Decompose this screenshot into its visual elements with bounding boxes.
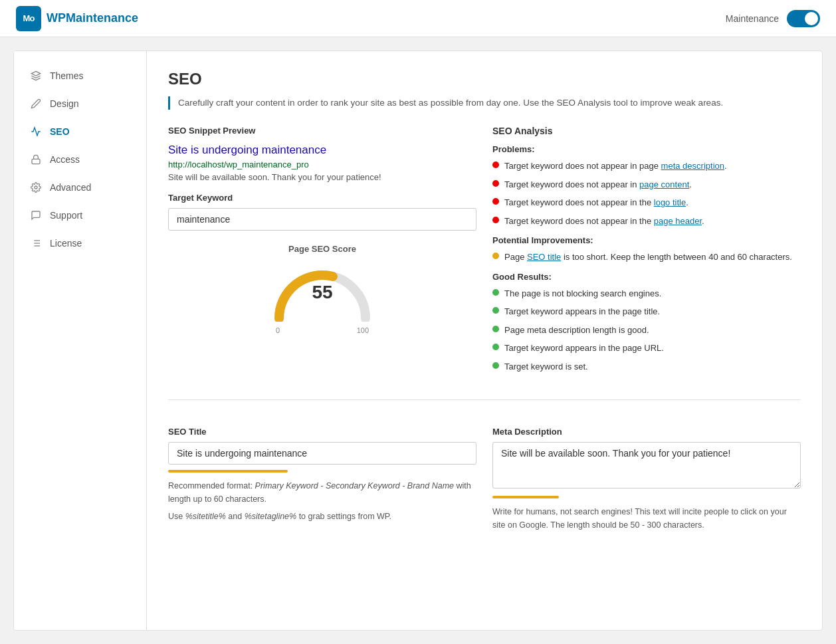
dot-green-3 [492,326,499,332]
header: Mo WPMaintenance Maintenance [0,0,836,37]
meta-desc-progress-bar [492,496,559,498]
svg-point-1 [35,186,37,189]
problem-item-3: Target keyword does not appear in the lo… [492,196,801,209]
sidebar-item-design[interactable]: Design [14,90,146,118]
sidebar-item-support[interactable]: Support [14,201,146,229]
sidebar-label-design: Design [50,98,79,109]
seo-title-input[interactable] [168,442,476,465]
target-keyword-label: Target Keyword [168,193,476,203]
meta-description-panel: Meta Description Site will be available … [492,416,801,536]
app-body: Themes Design SEO Access [0,37,836,644]
seo-title-tip: Use %sitetitle% and %sitetagline% to gra… [168,510,476,523]
left-panel: SEO Snippet Preview Site is undergoing m… [168,126,476,378]
good-item-3: Page meta description length is good. [492,324,801,337]
dot-red-2 [492,180,499,187]
gauge-ticks: 0 100 [276,326,369,334]
seo-title-link[interactable]: SEO title [527,252,561,262]
dot-red-3 [492,198,499,205]
dot-yellow-1 [492,253,499,259]
page-description: Carefully craft your content in order to… [168,96,801,110]
snippet-desc: Site will be available soon. Thank you f… [168,172,476,182]
problem-item-2: Target keyword does not appear in page c… [492,178,801,191]
sidebar-label-access: Access [50,154,80,165]
header-right: Maintenance [726,10,820,27]
snippet-preview-title: SEO Snippet Preview [168,126,476,136]
seo-title-label: SEO Title [168,427,476,437]
seo-title-recommendation: Recommended format: Primary Keyword - Se… [168,479,476,506]
logo-suffix: Maintenance [66,11,138,25]
good-text-3: Page meta description length is good. [504,324,649,337]
main-container: Themes Design SEO Access [13,51,823,631]
meta-description-label: Meta Description [492,427,801,437]
good-item-4: Target keyword appears in the page URL. [492,342,801,355]
logo-prefix: WP [47,11,66,25]
seo-title-progress-bar [168,470,288,473]
dot-green-2 [492,307,499,314]
improvements-label: Potential Improvements: [492,235,801,245]
sidebar-item-advanced[interactable]: Advanced [14,173,146,201]
page-header-link[interactable]: page header [654,216,702,226]
good-text-2: Target keyword appears in the page title… [504,305,660,318]
sidebar-label-themes: Themes [50,70,84,81]
maintenance-label: Maintenance [726,13,779,24]
sidebar-item-access[interactable]: Access [14,146,146,173]
meta-description-tip: Write for humans, not search engines! Th… [492,505,801,532]
snippet-site-title[interactable]: Site is undergoing maintenance [168,144,476,157]
sidebar-item-themes[interactable]: Themes [14,62,146,90]
bottom-two-col: SEO Title Recommended format: Primary Ke… [168,416,801,536]
logo-text: WPMaintenance [47,11,138,25]
dot-green-1 [492,289,499,296]
content-area: SEO Carefully craft your content in orde… [147,51,822,630]
problems-label: Problems: [492,144,801,154]
sidebar-label-advanced: Advanced [50,182,91,193]
logo-icon: Mo [16,6,41,31]
section-divider [168,399,801,400]
gauge-min: 0 [276,326,280,334]
analysis-title: SEO Analysis [492,126,801,136]
sidebar-label-support: Support [50,210,82,221]
gauge-score: 55 [312,282,332,303]
problem-item-4: Target keyword does not appear in the pa… [492,215,801,228]
svg-rect-0 [32,159,40,163]
dot-red-4 [492,217,499,223]
good-item-5: Target keyword is set. [492,360,801,374]
sidebar-item-license[interactable]: License [14,229,146,257]
sidebar-item-seo[interactable]: SEO [14,118,146,146]
page-title: SEO [168,70,801,88]
license-icon [30,237,42,249]
right-panel: SEO Analysis Problems: Target keyword do… [492,126,801,378]
improvement-item-1: Page SEO title is too short. Keep the le… [492,251,801,264]
support-icon [30,209,42,221]
sidebar: Themes Design SEO Access [14,51,147,630]
logo: Mo WPMaintenance [16,6,138,31]
seo-title-panel: SEO Title Recommended format: Primary Ke… [168,416,476,536]
dot-red-1 [492,161,499,168]
good-text-4: Target keyword appears in the page URL. [504,342,664,355]
gauge-max: 100 [357,326,369,334]
logo-title-link[interactable]: logo title [654,197,686,207]
dot-green-4 [492,344,499,350]
maintenance-toggle[interactable] [787,10,820,27]
meta-description-input[interactable]: Site will be available soon. Thank you f… [492,442,801,488]
gauge-title: Page SEO Score [168,244,476,254]
good-item-2: Target keyword appears in the page title… [492,305,801,318]
seo-icon [30,126,42,138]
access-icon [30,154,42,165]
sidebar-label-license: License [50,238,82,249]
page-content-link[interactable]: page content [639,179,689,189]
design-icon [30,98,42,110]
snippet-url: http://localhost/wp_maintenance_pro [168,160,476,169]
top-two-col: SEO Snippet Preview Site is undergoing m… [168,126,801,378]
sidebar-label-seo: SEO [50,126,70,137]
good-text-1: The page is not blocking search engines. [504,287,661,300]
themes-icon [30,70,42,82]
dot-green-5 [492,362,499,369]
good-text-5: Target keyword is set. [504,360,588,374]
advanced-icon [30,181,42,193]
target-keyword-input[interactable] [168,208,476,231]
good-label: Good Results: [492,272,801,282]
meta-description-link[interactable]: meta description [661,161,724,171]
gauge-container: Page SEO Score 55 0 1 [168,244,476,334]
problem-item-1: Target keyword does not appear in page m… [492,160,801,173]
good-item-1: The page is not blocking search engines. [492,287,801,300]
